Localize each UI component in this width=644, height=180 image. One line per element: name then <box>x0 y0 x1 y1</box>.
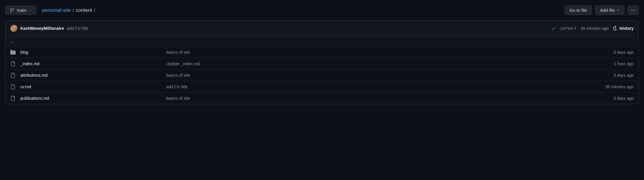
file-name-link[interactable]: publications.md <box>20 96 49 101</box>
file-listing: KashMoneyMillionaire add CV title 2d79dc… <box>5 20 639 104</box>
table-row: cv.mdadd CV title39 minutes ago <box>6 81 638 93</box>
file-age: 1 hour ago <box>614 61 634 66</box>
commit-author[interactable]: KashMoneyMillionaire <box>20 26 64 31</box>
table-row: attributions.mdbasics of site3 days ago <box>6 70 638 81</box>
file-name-link[interactable]: blog <box>20 50 28 55</box>
table-row: blogbasics of site3 days ago <box>6 47 638 58</box>
table-row: publications.mdbasics of site3 days ago <box>6 93 638 104</box>
history-label: History <box>620 26 634 31</box>
commit-time: 39 minutes ago <box>581 26 609 31</box>
history-icon <box>613 26 618 31</box>
breadcrumb-separator: / <box>72 7 75 13</box>
git-branch-icon <box>10 8 14 13</box>
latest-commit-row: KashMoneyMillionaire add CV title 2d79dc… <box>6 21 638 36</box>
file-icon <box>10 84 16 89</box>
svg-point-0 <box>631 10 632 11</box>
breadcrumb: personal-site / content / <box>42 7 96 13</box>
file-age: 3 days ago <box>614 73 634 78</box>
breadcrumb-separator: / <box>93 7 96 13</box>
branch-name: main <box>17 8 27 13</box>
kebab-horizontal-icon <box>631 8 635 13</box>
svg-point-2 <box>634 10 635 11</box>
avatar[interactable] <box>10 25 17 32</box>
file-name-link[interactable]: attributions.md <box>20 73 48 78</box>
commit-meta: 2d79dcf 39 minutes ago History <box>551 26 634 31</box>
add-file-button[interactable]: Add file <box>595 5 625 15</box>
check-icon[interactable] <box>551 26 556 31</box>
history-link[interactable]: History <box>613 26 634 31</box>
commit-sha[interactable]: 2d79dcf <box>560 26 576 31</box>
parent-directory-link[interactable]: .. <box>11 39 15 44</box>
svg-point-1 <box>633 10 634 11</box>
go-to-file-button[interactable]: Go to file <box>564 5 592 15</box>
parent-directory-row[interactable]: .. <box>6 36 638 47</box>
file-name-link[interactable]: cv.md <box>20 84 31 89</box>
file-age: 39 minutes ago <box>605 84 634 89</box>
file-commit-message[interactable]: basics of site <box>166 96 190 101</box>
file-icon <box>10 96 16 101</box>
file-commit-message[interactable]: add CV title <box>166 84 187 89</box>
file-commit-message[interactable]: Update _index.md <box>166 61 200 66</box>
file-icon <box>10 73 16 78</box>
caret-down-icon <box>29 9 32 12</box>
file-name-link[interactable]: _index.md <box>20 61 40 66</box>
table-row: _index.mdUpdate _index.md1 hour ago <box>6 58 638 70</box>
file-age: 3 days ago <box>614 96 634 101</box>
breadcrumb-repo-link[interactable]: personal-site <box>42 7 71 13</box>
toolbar: main personal-site / content / Go to fil… <box>5 5 639 15</box>
commit-message[interactable]: add CV title <box>67 26 88 31</box>
file-commit-message[interactable]: basics of site <box>166 73 190 78</box>
file-icon <box>10 61 16 66</box>
breadcrumb-current: content <box>76 7 92 13</box>
branch-select-button[interactable]: main <box>5 6 36 15</box>
more-options-button[interactable] <box>627 6 639 15</box>
file-commit-message[interactable]: basics of site <box>166 50 190 55</box>
add-file-label: Add file <box>600 8 615 13</box>
folder-icon <box>10 50 16 55</box>
file-age: 3 days ago <box>614 50 634 55</box>
caret-down-icon <box>617 9 620 12</box>
